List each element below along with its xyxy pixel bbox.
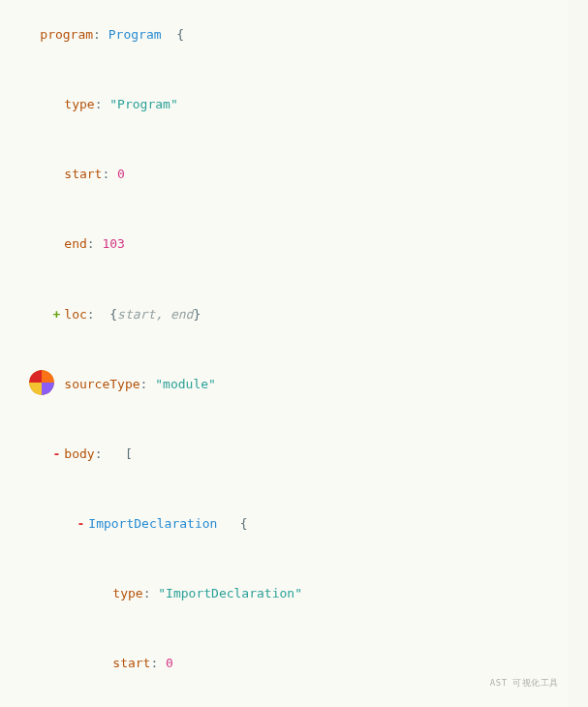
- prop-body[interactable]: -body: [: [0, 419, 561, 489]
- expand-toggle[interactable]: +: [50, 303, 62, 326]
- root-key: program: [40, 27, 93, 42]
- collapse-toggle[interactable]: -: [50, 443, 62, 466]
- prop-type[interactable]: type: "Program": [0, 70, 561, 139]
- prop-type[interactable]: type: "ImportDeclaration": [0, 559, 561, 629]
- vertical-scrollbar[interactable]: [569, 0, 588, 707]
- body-item-0[interactable]: -ImportDeclaration {: [0, 489, 561, 559]
- prop-loc[interactable]: +loc: {start, end}: [0, 280, 561, 350]
- prop-end[interactable]: end: 40: [0, 698, 561, 707]
- root-type: Program: [108, 27, 162, 42]
- scroll-thumb[interactable]: [572, 8, 585, 676]
- watermark: AST 可视化工具: [490, 675, 559, 692]
- prop-end[interactable]: end: 103: [0, 209, 561, 279]
- ast-tree-viewer: program: Program { type: "Program" start…: [0, 0, 588, 707]
- prop-start[interactable]: start: 0: [0, 139, 561, 209]
- prop-start[interactable]: start: 0: [0, 629, 561, 698]
- collapse-toggle[interactable]: -: [75, 512, 86, 536]
- tree-root-row[interactable]: program: Program {: [0, 0, 561, 70]
- prop-sourcetype[interactable]: sourceType: "module": [0, 350, 561, 419]
- floating-action-icon[interactable]: [29, 370, 54, 395]
